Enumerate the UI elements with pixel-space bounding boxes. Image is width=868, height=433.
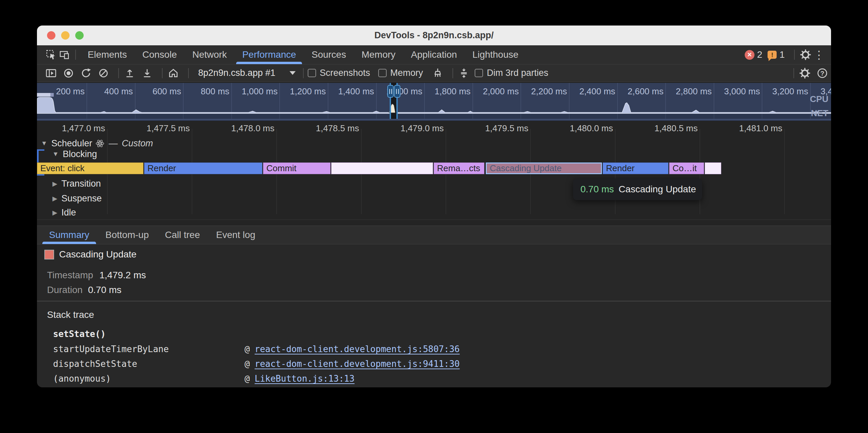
details-tab-summary[interactable]: Summary <box>41 226 97 244</box>
tab-sources[interactable]: Sources <box>304 45 354 64</box>
stack-frame-row: startUpdateTimerByLane@react-dom-client.… <box>37 344 831 355</box>
flame-bar-render[interactable]: Render <box>144 162 262 174</box>
tab-console[interactable]: Console <box>135 45 185 64</box>
memory-checkbox[interactable] <box>378 69 386 77</box>
grid-layer <box>37 129 831 228</box>
collect-garbage-icon[interactable] <box>431 66 444 80</box>
details-tabbar: SummaryBottom-upCall treeEvent log <box>37 226 831 244</box>
event-tooltip: 0.70 ms Cascading Update <box>573 178 702 200</box>
summary-event-name: Cascading Update <box>59 249 136 260</box>
stack-origin: setState() <box>53 329 106 339</box>
panel-tabs: ElementsConsoleNetworkPerformanceSources… <box>80 45 526 64</box>
track-label: Idle <box>61 207 76 218</box>
source-location-link[interactable]: react-dom-client.development.js:9411:30 <box>255 359 460 369</box>
trace-history-select[interactable]: 8p2n9n.csb.app #1 <box>198 68 296 78</box>
ruler-tick-label: 1,477.5 ms <box>129 123 190 134</box>
cpu-lane-label: CPU <box>810 94 828 104</box>
flame-bar-co-it[interactable]: Co…it <box>669 162 704 174</box>
summary-stack-divider <box>37 301 831 301</box>
track-label: Suspense <box>61 193 102 204</box>
screenshots-label: Screenshots <box>320 68 370 78</box>
more-options-icon[interactable]: ⋮ <box>812 48 826 61</box>
stack-frame-function: (anonymous) <box>53 374 111 384</box>
error-icon[interactable]: × <box>745 50 754 60</box>
expand-triangle-icon[interactable]: ▶ <box>53 180 57 188</box>
ruler-tick-label: 1,480.5 ms <box>637 123 698 134</box>
details-tab-call-tree[interactable]: Call tree <box>157 226 208 244</box>
flame-chart-area[interactable]: 1,477.0 ms1,477.5 ms1,478.0 ms1,478.5 ms… <box>37 121 831 226</box>
collapse-panel-icon[interactable] <box>457 66 471 80</box>
track-transition[interactable]: ▶Transition <box>37 178 101 189</box>
source-location-link[interactable]: LikeButton.js:13:13 <box>255 374 354 384</box>
tabbar-right-cluster: × 2 ! 1 ⋮ <box>745 48 831 61</box>
stack-frame-row: (anonymous)@LikeButton.js:13:13 <box>37 374 831 384</box>
details-tab-bottom-up[interactable]: Bottom-up <box>97 226 157 244</box>
zoom-window-button[interactable] <box>75 31 84 40</box>
load-profile-icon[interactable] <box>123 66 136 80</box>
expand-triangle-icon[interactable]: ▶ <box>53 195 57 202</box>
cpu-activity-chart <box>37 82 831 119</box>
track-blocking[interactable]: ▼ Blocking <box>37 149 97 159</box>
capture-settings-gear-icon[interactable] <box>798 66 812 80</box>
blocking-flame-row: Event: clickRenderCommitRema…ctsCascadin… <box>37 162 831 174</box>
tooltip-duration: 0.70 ms <box>581 184 614 195</box>
flame-bar-unnamed[interactable] <box>705 162 721 174</box>
clear-icon[interactable] <box>97 66 110 80</box>
minimize-window-button[interactable] <box>61 31 69 40</box>
device-toolbar-icon[interactable] <box>58 48 71 61</box>
devtools-window: DevTools - 8p2n9n.csb.app/ ElementsConso… <box>37 26 831 387</box>
collapse-triangle-icon[interactable]: ▼ <box>41 140 48 147</box>
issue-count[interactable]: 1 <box>779 49 785 60</box>
details-tab-event-log[interactable]: Event log <box>208 226 264 244</box>
close-window-button[interactable] <box>47 31 55 40</box>
track-idle[interactable]: ▶Idle <box>37 207 76 218</box>
flame-bar-commit[interactable]: Commit <box>263 162 331 174</box>
collapse-triangle-icon[interactable]: ▼ <box>53 151 59 158</box>
at-symbol: @ <box>245 344 250 354</box>
track-scheduler[interactable]: ▼ Scheduler — Custom <box>37 138 153 148</box>
timestamp-value: 1,479.2 ms <box>99 270 146 280</box>
tab-performance[interactable]: Performance <box>235 45 304 64</box>
record-icon[interactable] <box>62 66 75 80</box>
dim-3rd-parties-checkbox[interactable] <box>475 69 483 77</box>
tab-elements[interactable]: Elements <box>80 45 135 64</box>
stack-frame-function: dispatchSetState <box>53 359 137 369</box>
flame-bar-render[interactable]: Render <box>602 162 669 174</box>
screenshots-checkbox[interactable] <box>308 69 316 77</box>
selection-right-handle[interactable] <box>394 85 400 98</box>
settings-gear-icon[interactable] <box>799 48 812 61</box>
inspect-element-icon[interactable] <box>44 48 58 61</box>
stack-origin-row: setState() <box>37 329 831 340</box>
flame-bar-rema-cts[interactable]: Rema…cts <box>434 162 485 174</box>
help-icon[interactable]: ? <box>815 66 829 80</box>
toggle-sidebar-icon[interactable] <box>44 66 58 80</box>
save-profile-icon[interactable] <box>141 66 154 80</box>
timestamp-label: Timestamp <box>47 270 93 280</box>
record-and-reload-icon[interactable] <box>79 66 93 80</box>
tab-application[interactable]: Application <box>403 45 465 64</box>
track-suspense[interactable]: ▶Suspense <box>37 193 102 203</box>
divider <box>118 68 119 78</box>
flame-bar-cascading-update[interactable]: Cascading Update <box>486 162 602 174</box>
ruler-tick-label: 1,477.0 ms <box>45 123 105 134</box>
duration-value: 0.70 ms <box>88 285 122 295</box>
divider <box>75 50 76 60</box>
window-title: DevTools - 8p2n9n.csb.app/ <box>374 30 493 41</box>
flame-bar-event-click[interactable]: Event: click <box>37 162 144 174</box>
blocking-track-label: Blocking <box>63 149 97 160</box>
home-icon[interactable] <box>166 66 180 80</box>
svg-text:?: ? <box>820 69 824 76</box>
flame-bar-unnamed[interactable] <box>331 162 433 174</box>
tab-network[interactable]: Network <box>184 45 235 64</box>
tab-memory[interactable]: Memory <box>354 45 403 64</box>
divider <box>188 68 189 78</box>
expand-triangle-icon[interactable]: ▶ <box>53 209 57 216</box>
issues-icon[interactable]: ! <box>768 51 777 59</box>
divider <box>794 50 795 60</box>
divider <box>794 68 794 78</box>
selection-left-handle[interactable] <box>387 85 394 98</box>
timeline-overview[interactable]: 200 ms400 ms600 ms800 ms1,000 ms1,200 ms… <box>37 82 831 119</box>
error-count[interactable]: 2 <box>757 49 763 60</box>
source-location-link[interactable]: react-dom-client.development.js:5807:36 <box>255 344 460 354</box>
tab-lighthouse[interactable]: Lighthouse <box>465 45 526 64</box>
